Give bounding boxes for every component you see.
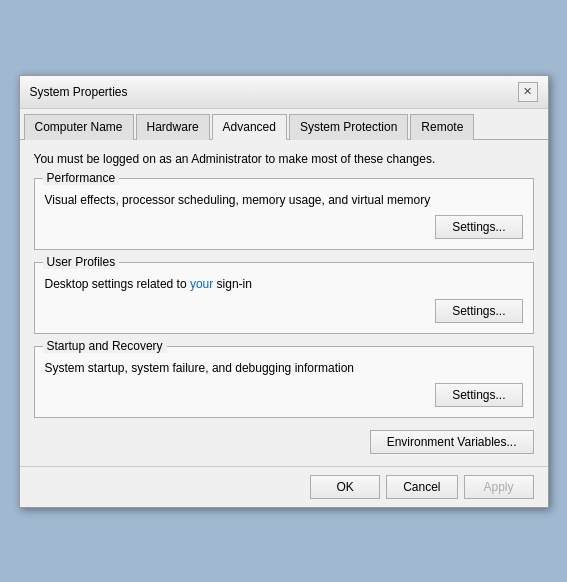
tab-system-protection[interactable]: System Protection [289, 114, 408, 140]
user-profiles-text-after: sign-in [213, 277, 252, 291]
performance-description: Visual effects, processor scheduling, me… [45, 193, 523, 207]
tab-advanced[interactable]: Advanced [212, 114, 287, 140]
ok-button[interactable]: OK [310, 475, 380, 499]
tab-content: You must be logged on as an Administrato… [20, 140, 548, 466]
environment-variables-button[interactable]: Environment Variables... [370, 430, 534, 454]
tab-bar: Computer Name Hardware Advanced System P… [20, 109, 548, 140]
user-profiles-text-before: Desktop settings related to [45, 277, 190, 291]
cancel-button[interactable]: Cancel [386, 475, 457, 499]
system-properties-dialog: System Properties ✕ Computer Name Hardwa… [19, 75, 549, 508]
apply-button[interactable]: Apply [464, 475, 534, 499]
env-variables-row: Environment Variables... [34, 430, 534, 454]
startup-recovery-section-title: Startup and Recovery [43, 339, 167, 353]
title-bar: System Properties ✕ [20, 76, 548, 109]
performance-section: Performance Visual effects, processor sc… [34, 178, 534, 250]
user-profiles-section-title: User Profiles [43, 255, 120, 269]
user-profiles-description: Desktop settings related to your sign-in [45, 277, 523, 291]
performance-settings-button[interactable]: Settings... [435, 215, 522, 239]
user-profiles-settings-button[interactable]: Settings... [435, 299, 522, 323]
close-button[interactable]: ✕ [518, 82, 538, 102]
startup-recovery-settings-button[interactable]: Settings... [435, 383, 522, 407]
tab-hardware[interactable]: Hardware [136, 114, 210, 140]
dialog-title: System Properties [30, 85, 128, 99]
your-sign-in-link[interactable]: your [190, 277, 213, 291]
tab-computer-name[interactable]: Computer Name [24, 114, 134, 140]
startup-recovery-section: Startup and Recovery System startup, sys… [34, 346, 534, 418]
user-profiles-section: User Profiles Desktop settings related t… [34, 262, 534, 334]
performance-section-title: Performance [43, 171, 120, 185]
notice-text: You must be logged on as an Administrato… [34, 152, 534, 166]
dialog-footer: OK Cancel Apply [20, 466, 548, 507]
tab-remote[interactable]: Remote [410, 114, 474, 140]
startup-recovery-description: System startup, system failure, and debu… [45, 361, 523, 375]
